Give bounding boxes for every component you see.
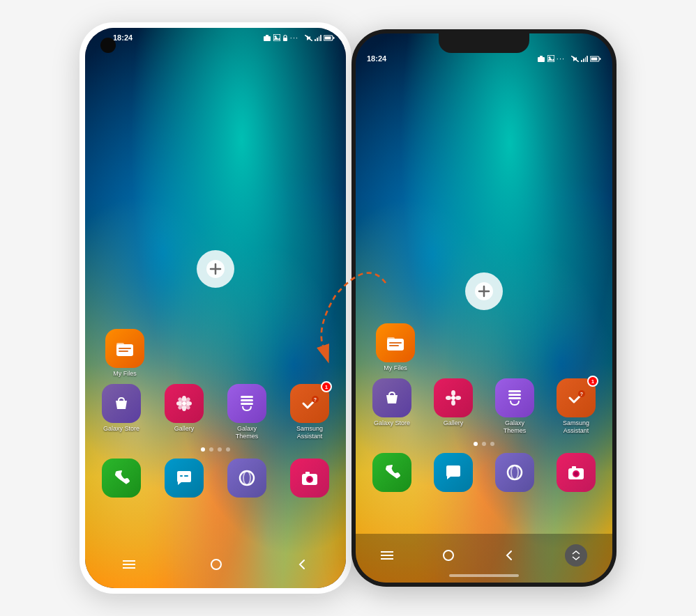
home-nav-icon-p2[interactable] — [443, 550, 454, 561]
image-icon-p2 — [547, 55, 554, 62]
phone1-status-icons: ··· — [263, 33, 335, 42]
back-nav-icon-p2[interactable] — [504, 550, 515, 561]
folder-icon — [115, 339, 135, 358]
home-nav-icon[interactable] — [211, 559, 222, 570]
svg-marker-49 — [547, 58, 554, 61]
phone2-home-indicator — [449, 574, 519, 577]
svg-point-18 — [182, 401, 186, 406]
bag-icon — [112, 394, 131, 413]
samsung-assistant-icon-p2[interactable]: 1 ? — [557, 378, 596, 417]
svg-point-64 — [451, 400, 455, 406]
galaxy-store-icon[interactable] — [102, 384, 141, 423]
bag-icon-p2 — [382, 388, 402, 408]
menu-nav-icon-p2[interactable] — [381, 550, 393, 560]
brush-icon — [237, 394, 257, 413]
svg-rect-5 — [283, 38, 287, 41]
phone-icon-p2 — [382, 463, 402, 482]
signal-icon-p2 — [581, 56, 588, 62]
svg-marker-7 — [307, 36, 310, 40]
svg-rect-77 — [572, 466, 576, 469]
dot-2 — [209, 447, 213, 452]
svg-rect-9 — [325, 36, 331, 39]
dock-snap-p2[interactable] — [551, 453, 601, 492]
gallery-icon-p2[interactable] — [434, 378, 473, 417]
app-my-files-p2[interactable]: My Files — [370, 323, 421, 372]
svg-rect-68 — [508, 394, 521, 396]
svg-rect-59 — [387, 337, 395, 341]
signal-icon — [315, 35, 321, 41]
app-samsung-assistant-p2[interactable]: 1 ? SamsungAssistant — [551, 378, 601, 435]
samsung-assistant-icon[interactable]: 1 ? — [290, 384, 329, 423]
phone2-page-dots — [367, 442, 601, 446]
dot-4 — [226, 447, 230, 452]
dock-messenger-p2[interactable] — [428, 453, 478, 492]
phone1-dock — [96, 459, 335, 498]
phone2-screen: 18:24 ··· — [356, 33, 612, 583]
back-nav-icon[interactable] — [297, 559, 308, 570]
app-galaxy-themes-p2[interactable]: GalaxyThemes — [490, 378, 540, 435]
svg-rect-54 — [600, 58, 601, 60]
app-my-files[interactable]: My Files — [100, 329, 150, 378]
dock-phone-p2[interactable] — [367, 453, 417, 492]
browser-icon — [237, 468, 257, 488]
dock-opera[interactable] — [222, 459, 272, 498]
snap-icon[interactable] — [290, 459, 329, 498]
app-galaxy-store[interactable]: Galaxy Store — [96, 384, 146, 440]
dot-p2-3 — [490, 442, 494, 446]
phone2-status-bar: 18:24 ··· — [356, 54, 612, 63]
more-icon-p2: ··· — [557, 54, 565, 63]
menu-nav-icon[interactable] — [123, 560, 135, 569]
svg-point-34 — [240, 471, 254, 485]
app-gallery-p2[interactable]: Gallery — [428, 378, 478, 435]
samsung-assistant-badge-p2: 1 — [587, 376, 598, 387]
dot-1 — [201, 447, 205, 452]
gallery-label: Gallery — [174, 425, 195, 433]
galaxy-store-label-p2: Galaxy Store — [374, 419, 410, 427]
snap-icon-p2[interactable] — [557, 453, 596, 492]
battery-icon — [324, 35, 335, 41]
dock-snap[interactable] — [285, 459, 335, 498]
dot-3 — [218, 447, 222, 452]
svg-rect-32 — [180, 475, 183, 477]
scroll-nav-button[interactable] — [565, 544, 587, 567]
plus-icon — [206, 259, 225, 279]
phone1-upload-icon — [197, 250, 234, 288]
gallery-icon[interactable] — [165, 384, 204, 423]
galaxy-themes-icon-p2[interactable] — [495, 378, 534, 417]
my-files-icon[interactable] — [105, 329, 144, 368]
image-icon — [273, 34, 280, 41]
camera-icon — [263, 34, 271, 41]
phone-app-icon[interactable] — [102, 459, 141, 498]
phone1-app-row-2: Galaxy Store — [96, 384, 335, 440]
phone1-screen: 18:24 ··· — [85, 28, 346, 588]
messenger-icon[interactable] — [165, 459, 204, 498]
galaxy-themes-label: GalaxyThemes — [236, 425, 259, 440]
dot-p2-2 — [482, 442, 486, 446]
messenger-icon-p2[interactable] — [434, 453, 473, 492]
opera-icon-p2[interactable] — [495, 453, 534, 492]
opera-icon[interactable] — [227, 459, 266, 498]
svg-point-43 — [211, 560, 221, 569]
my-files-icon-p2[interactable] — [376, 323, 415, 362]
brush-icon-p2 — [505, 388, 524, 408]
app-samsung-assistant[interactable]: 1 ? SamsungAssistant — [285, 384, 335, 440]
app-galaxy-store-p2[interactable]: Galaxy Store — [367, 378, 417, 435]
galaxy-themes-icon[interactable] — [227, 384, 266, 423]
galaxy-themes-label-p2: GalaxyThemes — [504, 419, 527, 435]
chevron-down-icon — [572, 556, 580, 560]
app-gallery[interactable]: Gallery — [159, 384, 209, 440]
dock-opera-p2[interactable] — [490, 453, 540, 492]
galaxy-store-icon-p2[interactable] — [372, 378, 411, 417]
dock-messenger[interactable] — [159, 459, 209, 498]
chevron-up-icon — [572, 550, 580, 555]
svg-point-35 — [243, 471, 250, 485]
svg-rect-69 — [508, 397, 521, 399]
app-galaxy-themes[interactable]: GalaxyThemes — [222, 384, 272, 440]
phone-app-icon-p2[interactable] — [372, 453, 411, 492]
svg-point-62 — [451, 396, 455, 400]
svg-rect-10 — [333, 37, 335, 39]
check-icon-p2: ? — [566, 388, 586, 408]
phone1-app-grid: My Files Galaxy Store — [85, 329, 346, 505]
phone1-app-row-1: My Files — [96, 329, 335, 378]
dock-phone[interactable] — [96, 459, 146, 498]
